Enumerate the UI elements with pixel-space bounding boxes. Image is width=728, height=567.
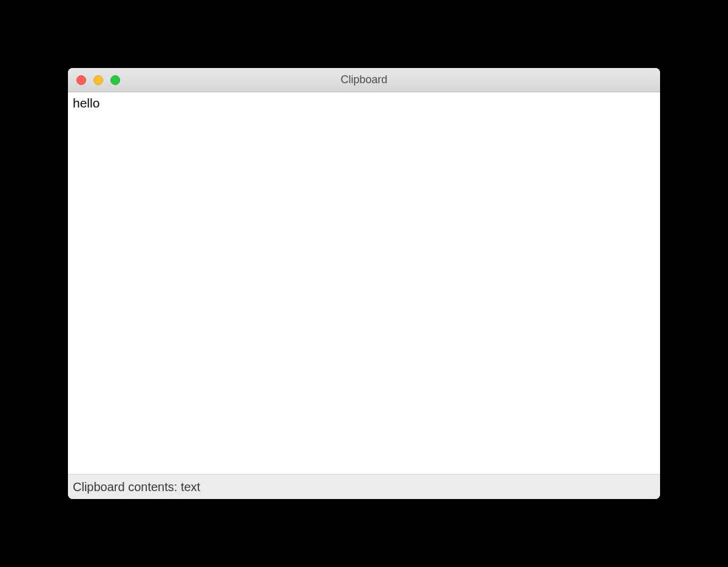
traffic-lights	[76, 75, 120, 85]
status-bar: Clipboard contents: text	[68, 475, 660, 499]
content-area[interactable]: hello	[68, 92, 660, 475]
close-icon[interactable]	[76, 75, 86, 85]
titlebar[interactable]: Clipboard	[68, 68, 660, 92]
status-text: Clipboard contents: text	[73, 480, 200, 494]
content-text: hello	[73, 96, 655, 110]
app-window: Clipboard hello Clipboard contents: text	[68, 68, 660, 499]
window-title: Clipboard	[68, 73, 660, 86]
minimize-icon[interactable]	[93, 75, 103, 85]
maximize-icon[interactable]	[110, 75, 120, 85]
